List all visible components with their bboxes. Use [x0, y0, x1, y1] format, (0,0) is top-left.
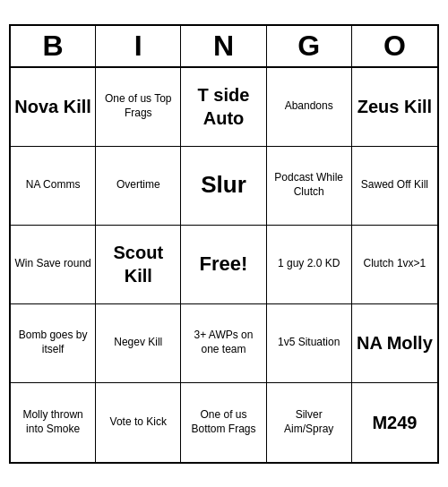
bingo-cell-20[interactable]: Molly thrown into Smoke — [11, 383, 96, 462]
bingo-cell-24[interactable]: M249 — [352, 383, 437, 462]
bingo-cell-4[interactable]: Zeus Kill — [352, 68, 437, 147]
bingo-cell-1[interactable]: One of us Top Frags — [96, 68, 181, 147]
bingo-cell-0[interactable]: Nova Kill — [11, 68, 96, 147]
bingo-cell-11[interactable]: Scout Kill — [96, 226, 181, 304]
bingo-header: BINGO — [11, 26, 437, 68]
bingo-cell-21[interactable]: Vote to Kick — [96, 383, 181, 462]
bingo-cell-2[interactable]: T side Auto — [181, 68, 266, 147]
bingo-cell-10[interactable]: Win Save round — [11, 226, 96, 304]
header-letter-n: N — [181, 26, 266, 66]
bingo-cell-14[interactable]: Clutch 1vx>1 — [352, 226, 437, 304]
bingo-cell-13[interactable]: 1 guy 2.0 KD — [267, 226, 352, 304]
bingo-cell-6[interactable]: Overtime — [96, 147, 181, 226]
bingo-grid: Nova KillOne of us Top FragsT side AutoA… — [11, 68, 437, 462]
bingo-cell-22[interactable]: One of us Bottom Frags — [181, 383, 266, 462]
header-letter-o: O — [352, 26, 437, 66]
bingo-cell-15[interactable]: Bomb goes by itself — [11, 304, 96, 383]
bingo-cell-12[interactable]: Free! — [181, 226, 266, 304]
bingo-cell-17[interactable]: 3+ AWPs on one team — [181, 304, 266, 383]
bingo-cell-18[interactable]: 1v5 Situation — [267, 304, 352, 383]
bingo-cell-7[interactable]: Slur — [181, 147, 266, 226]
bingo-cell-19[interactable]: NA Molly — [352, 304, 437, 383]
bingo-cell-5[interactable]: NA Comms — [11, 147, 96, 226]
bingo-cell-8[interactable]: Podcast While Clutch — [267, 147, 352, 226]
bingo-card: BINGO Nova KillOne of us Top FragsT side… — [9, 24, 439, 464]
bingo-cell-23[interactable]: Silver Aim/Spray — [267, 383, 352, 462]
header-letter-b: B — [11, 26, 96, 66]
header-letter-g: G — [267, 26, 352, 66]
bingo-cell-3[interactable]: Abandons — [267, 68, 352, 147]
bingo-cell-9[interactable]: Sawed Off Kill — [352, 147, 437, 226]
bingo-cell-16[interactable]: Negev Kill — [96, 304, 181, 383]
header-letter-i: I — [96, 26, 181, 66]
